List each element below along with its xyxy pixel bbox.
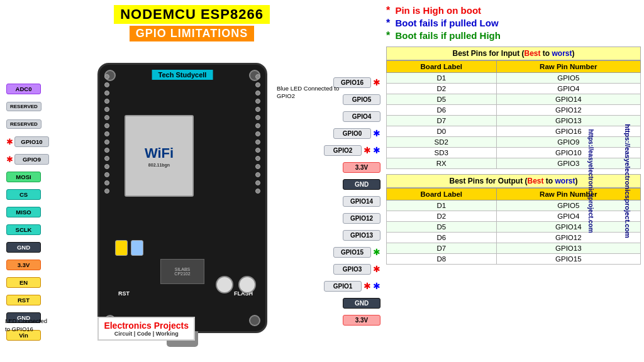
pin-label-gpio0: GPIO0 <box>333 128 371 139</box>
output-board-label: D1 <box>387 200 497 211</box>
pin-label-sclk: SCLK <box>6 224 41 235</box>
input-board-label: D6 <box>387 105 497 116</box>
pin-hole <box>255 115 260 120</box>
pin-label-reserved1: RESERVED <box>6 102 42 111</box>
output-table-row: D5GPIO14 <box>387 222 641 233</box>
pin-label-gpio10: GPIO10 <box>14 136 49 147</box>
input-table-row: D6GPIO12 <box>387 105 641 116</box>
left-pin-res2: RESERVED <box>6 117 49 131</box>
input-table-row: D0GPIO16 <box>387 126 641 137</box>
output-worst: worst <box>555 177 575 185</box>
pin-hole <box>104 99 109 104</box>
pin-label-adc0: ADC0 <box>6 84 41 94</box>
left-pin-miso: MISO <box>6 205 49 219</box>
input-board-label: SD2 <box>387 137 497 148</box>
flash-button[interactable] <box>238 276 256 293</box>
pin-label-gpio5: GPIO5 <box>343 94 380 105</box>
input-table-row: SD2GPIO9 <box>387 137 641 148</box>
right-pin-gpio4: GPIO4 <box>324 109 380 123</box>
input-worst: worst <box>552 49 572 58</box>
pin-label-mosi: MOSI <box>6 172 41 182</box>
wifi-module: WiFi 802.11bgn <box>125 115 194 197</box>
right-pin-gpio3: GPIO3 ✱ <box>324 262 380 276</box>
legend-item-2: * Boot fails if pulled Low <box>386 18 641 29</box>
website-url: https://easyelectronicsproject.com <box>624 124 631 238</box>
pin-label-3v3b: 3.3V <box>343 315 380 326</box>
input-header-raw: Raw Pin Number <box>496 61 640 73</box>
output-table-row: D2GPIO4 <box>387 211 641 222</box>
website-vertical: https://easyelectronicsproject.com <box>587 129 594 233</box>
legend-star-1: * <box>386 5 390 16</box>
output-raw-pin: GPIO4 <box>496 211 640 222</box>
pin-label-gnda: GND <box>343 179 380 190</box>
pin-hole <box>104 148 109 153</box>
pin-hole <box>255 107 260 112</box>
output-header-board: Board Label <box>387 189 497 200</box>
right-pin-gpio14: GPIO14 <box>324 194 380 208</box>
star-gpio1-red: ✱ <box>364 281 371 291</box>
input-raw-pin: GPIO4 <box>496 84 640 94</box>
cp2102-chip: SILABS CP2102 <box>160 259 204 284</box>
star-gpio3: ✱ <box>373 264 380 274</box>
left-pin-rst: RST <box>6 293 49 307</box>
output-board-label: D6 <box>387 233 497 243</box>
title-area: NODEMCU ESP8266 GPIO LIMITATIONS <box>0 0 384 44</box>
wifi-icon: WiFi 802.11bgn <box>145 145 174 167</box>
pin-holes-left <box>104 74 109 194</box>
pin-label-gpio1: GPIO1 <box>324 281 362 292</box>
led-blue <box>131 240 143 256</box>
title-nodemcu: NODEMCU ESP8266 <box>114 5 270 24</box>
pin-label-cs: CS <box>6 189 41 200</box>
pin-label-miso: MISO <box>6 207 41 217</box>
pin-hole <box>104 180 109 185</box>
pin-hole <box>255 140 260 145</box>
legend-item-1: * Pin is High on boot <box>386 5 641 16</box>
legend-text-1: Pin is High on boot <box>395 5 481 16</box>
input-table-title: Best Pins for Input (Best to worst) <box>386 47 641 60</box>
left-pins: ADC0 RESERVED RESERVED ✱ GPIO10 ✱ GPIO9 … <box>6 82 49 346</box>
right-pin-gpio12: GPIO12 <box>324 211 380 225</box>
output-best: Best <box>527 177 543 185</box>
pin-hole <box>255 123 260 128</box>
star-gpio0-blue: ✱ <box>373 128 380 138</box>
left-pin-en: EN <box>6 275 49 289</box>
input-board-label: RX <box>387 158 497 169</box>
output-raw-pin: GPIO14 <box>496 222 640 233</box>
left-pin-mosi: MOSI <box>6 170 49 184</box>
left-pin-adc0: ADC0 <box>6 82 49 96</box>
pin-hole <box>104 189 109 194</box>
input-raw-pin: GPIO3 <box>496 158 640 169</box>
board-body: Tech Studycell WiFi 802.11bgn SILABS CP2… <box>97 63 267 333</box>
left-panel: NODEMCU ESP8266 GPIO LIMITATIONS ADC0 RE… <box>0 0 384 362</box>
pin-hole <box>255 189 260 194</box>
rst-button[interactable] <box>216 276 233 293</box>
buttons-area <box>216 276 256 293</box>
input-table: Board Label Raw Pin Number D1GPIO5D2GPIO… <box>386 60 641 169</box>
output-raw-pin: GPIO5 <box>496 200 640 211</box>
left-pin-sclk: SCLK <box>6 222 49 236</box>
output-raw-pin: GPIO13 <box>496 243 640 254</box>
input-best: Best <box>524 49 540 58</box>
right-pin-3v3a: 3.3V <box>324 160 380 174</box>
pin-hole <box>104 164 109 169</box>
output-raw-pin: GPIO15 <box>496 254 640 265</box>
pin-hole <box>104 82 109 87</box>
pin-hole <box>255 99 260 104</box>
input-board-label: D0 <box>387 126 497 137</box>
annotation-blue-led: Blue LED Connected toGPIO2 <box>277 85 339 101</box>
right-pins: GPIO16 ✱ GPIO5 GPIO4 GPIO0 ✱ GPIO2 ✱ ✱ 3… <box>324 75 380 330</box>
left-pin-gnd1: GND <box>6 240 49 254</box>
corner-circle-br <box>249 315 260 326</box>
pin-hole <box>255 131 260 136</box>
output-table-row: D8GPIO15 <box>387 254 641 265</box>
star-gpio1-blue: ✱ <box>373 281 380 291</box>
pin-label-gpio9: GPIO9 <box>14 154 49 165</box>
pin-label-gndb: GND <box>343 298 380 309</box>
input-raw-pin: GPIO16 <box>496 126 640 137</box>
star-gpio2-red: ✱ <box>364 145 371 155</box>
pin-hole <box>104 172 109 177</box>
input-board-label: D7 <box>387 116 497 126</box>
pin-label-gpio15: GPIO15 <box>333 247 371 258</box>
output-board-label: D8 <box>387 254 497 265</box>
pin-hole <box>104 123 109 128</box>
